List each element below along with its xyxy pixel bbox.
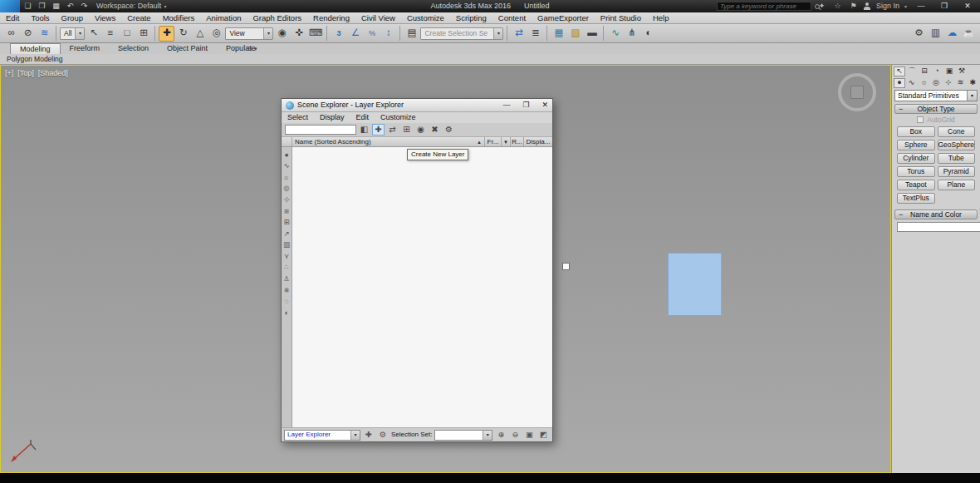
object-button-tube[interactable]: Tube	[938, 153, 976, 164]
object-button-box[interactable]: Box	[897, 126, 935, 137]
viewport-pov-menu[interactable]: [Top]	[17, 70, 34, 77]
chevron-down-icon[interactable]: ▾	[493, 28, 502, 39]
select-set-icon[interactable]: ▣	[523, 429, 535, 441]
layer-properties-icon[interactable]: ⚙	[443, 124, 455, 136]
viewport-general-menu[interactable]: [+]	[5, 70, 13, 77]
scene-explorer-icon[interactable]: ▦	[551, 26, 566, 42]
ribbon-panel-label[interactable]: Polygon Modeling	[0, 56, 63, 63]
menu-item-print-studio[interactable]: Print Studio	[595, 12, 647, 23]
menu-item-edit[interactable]: Edit	[0, 12, 25, 23]
render-production-icon[interactable]: ☕	[961, 26, 977, 42]
viewcube[interactable]	[838, 73, 876, 111]
object-name-input[interactable]	[897, 222, 980, 232]
ribbon-toggle-icon[interactable]: ▬	[584, 26, 600, 42]
display-lights-icon[interactable]: ☼	[282, 171, 292, 183]
ribbon-minimize-toggle[interactable]: ⊟ ▾	[247, 43, 257, 54]
select-and-place-icon[interactable]: ◎	[208, 26, 224, 42]
display-tab-icon[interactable]: ▣	[943, 67, 955, 76]
select-by-name-icon[interactable]: ≡	[102, 26, 118, 42]
hierarchy-tab-icon[interactable]: ⊟	[919, 67, 930, 76]
menu-item-group[interactable]: Group	[56, 12, 89, 23]
display-biped-icon[interactable]: ♙	[282, 274, 292, 285]
object-button-sphere[interactable]: Sphere	[897, 140, 935, 150]
snap-toggle-icon[interactable]: 3	[331, 26, 346, 42]
object-button-pyramid[interactable]: Pyramid	[938, 166, 976, 177]
create-tab-icon[interactable]: ↖	[894, 67, 905, 76]
menu-item-animation[interactable]: Animation	[200, 12, 247, 23]
explorer-menu-display[interactable]: Display	[314, 114, 350, 121]
menu-item-scripting[interactable]: Scripting	[450, 12, 492, 23]
keyboard-override-icon[interactable]: ⌨	[307, 26, 323, 42]
display-helpers-icon[interactable]: ⊹	[282, 194, 292, 205]
chevron-down-icon[interactable]: ▾	[263, 28, 272, 39]
explorer-maximize-button[interactable]: ❐	[522, 101, 529, 109]
modify-tab-icon[interactable]: ⌒	[906, 67, 918, 76]
shapes-icon[interactable]: ∿	[906, 78, 918, 88]
object-button-geosphere[interactable]: GeoSphere	[938, 140, 976, 150]
chevron-down-icon[interactable]: ▾	[904, 4, 907, 9]
spacewarps-icon[interactable]: ≋	[955, 78, 967, 88]
menu-item-rendering[interactable]: Rendering	[307, 12, 355, 23]
display-cameras-icon[interactable]: ◎	[282, 183, 292, 195]
object-button-cylinder[interactable]: Cylinder	[897, 153, 935, 164]
subtract-selection-set-icon[interactable]: ⊖	[509, 429, 521, 441]
display-shapes-icon[interactable]: ∿	[282, 160, 292, 172]
select-and-move-icon[interactable]: ✚	[159, 26, 174, 42]
notifications-icon[interactable]: ⚑	[848, 2, 859, 10]
explorer-mode-dropdown[interactable]: Layer Explorer ▾	[284, 430, 360, 441]
column-display[interactable]: Displa...	[524, 137, 552, 146]
align-icon[interactable]: ≣	[527, 26, 543, 42]
search-input[interactable]	[720, 2, 812, 10]
explorer-search-input[interactable]	[285, 125, 356, 135]
chevron-down-icon[interactable]: ▾	[483, 431, 492, 440]
menu-item-graph-editors[interactable]: Graph Editors	[247, 12, 307, 23]
spinner-snap-icon[interactable]: ↕	[380, 26, 396, 42]
redo-icon[interactable]: ↷	[78, 1, 91, 12]
rect-selection-region-icon[interactable]: □	[119, 26, 135, 42]
geometry-icon[interactable]: ●	[894, 78, 905, 88]
display-particles-icon[interactable]: ∴	[282, 262, 292, 274]
add-to-active-layer-icon[interactable]: ⊞	[400, 124, 413, 136]
reference-coordinate-dropdown[interactable]: View ▾	[225, 27, 273, 40]
tab-modeling[interactable]: Modeling	[10, 43, 61, 54]
new-scene-icon[interactable]: ❏	[22, 1, 34, 12]
object-type-rollout-header[interactable]: − Object Type	[894, 104, 978, 114]
mirror-icon[interactable]: ⇄	[511, 26, 527, 42]
make-active-layer-icon[interactable]: ◉	[414, 124, 427, 136]
schematic-view-icon[interactable]: ⋔	[624, 26, 639, 42]
use-pivot-center-icon[interactable]: ◉	[274, 26, 290, 42]
lock-cell-editing-icon[interactable]: ◧	[358, 124, 370, 136]
menu-item-help[interactable]: Help	[647, 12, 675, 23]
new-layer-footer-icon[interactable]: ✚	[363, 429, 375, 441]
minimize-button[interactable]: —	[912, 1, 930, 12]
open-file-icon[interactable]: ❐	[36, 1, 48, 12]
helpers-icon[interactable]: ⊹	[943, 78, 954, 88]
display-geometry-icon[interactable]: ●	[282, 149, 292, 160]
explorer-minimize-button[interactable]: —	[502, 101, 510, 109]
utilities-tab-icon[interactable]: ⚒	[956, 67, 968, 76]
explorer-menu-customize[interactable]: Customize	[375, 114, 422, 121]
rendered-frame-icon[interactable]: ▥	[928, 26, 943, 42]
select-and-manipulate-icon[interactable]: ✜	[291, 26, 306, 42]
unlink-selection-icon[interactable]: ⊘	[20, 26, 36, 42]
menu-item-customize[interactable]: Customize	[401, 12, 450, 23]
user-avatar-icon[interactable]	[864, 2, 871, 10]
menu-item-modifiers[interactable]: Modifiers	[157, 12, 201, 23]
display-materials-icon[interactable]: ◐	[282, 307, 292, 318]
menu-item-views[interactable]: Views	[89, 12, 121, 23]
select-and-rotate-icon[interactable]: ↻	[175, 26, 191, 42]
chevron-down-icon[interactable]: ▾	[350, 431, 360, 440]
layer-list[interactable]	[292, 147, 552, 427]
select-and-link-icon[interactable]: ∞	[3, 26, 19, 42]
object-button-torus[interactable]: Torus	[897, 166, 935, 177]
tab-object-paint[interactable]: Object Paint	[158, 43, 217, 54]
name-color-rollout-header[interactable]: − Name and Color	[894, 209, 978, 219]
tab-selection[interactable]: Selection	[109, 43, 158, 54]
display-bones-icon[interactable]: ⋎	[282, 250, 292, 262]
select-and-scale-icon[interactable]: △	[192, 26, 208, 42]
close-button[interactable]: ✕	[958, 1, 977, 12]
object-button-textplus[interactable]: TextPlus	[897, 193, 935, 204]
column-render[interactable]: R...	[511, 137, 524, 146]
layer-explorer-icon[interactable]: ▧	[567, 26, 583, 42]
named-selection-sets-icon[interactable]: ▤	[404, 26, 419, 42]
